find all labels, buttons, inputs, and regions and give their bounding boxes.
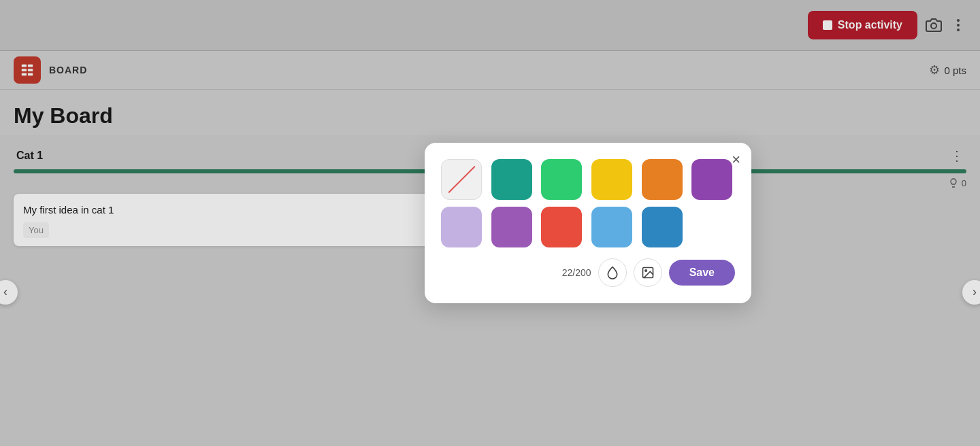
color-swatch-purple[interactable] bbox=[691, 159, 732, 200]
color-swatch-red[interactable] bbox=[541, 207, 582, 247]
save-button[interactable]: Save bbox=[669, 260, 735, 286]
color-swatch-green[interactable] bbox=[541, 159, 582, 200]
color-swatch-orange[interactable] bbox=[642, 159, 683, 200]
close-popup-button[interactable]: × bbox=[732, 151, 740, 169]
color-grid bbox=[441, 159, 735, 247]
color-swatch-lavender[interactable] bbox=[441, 207, 482, 247]
color-fill-button[interactable] bbox=[598, 258, 627, 287]
color-swatch-sky[interactable] bbox=[591, 207, 632, 247]
color-picker-popup: × 22/200 Save bbox=[425, 143, 751, 303]
image-button[interactable] bbox=[634, 258, 662, 287]
color-swatch-teal[interactable] bbox=[491, 159, 532, 200]
color-swatch-violet[interactable] bbox=[491, 207, 532, 247]
svg-point-11 bbox=[644, 270, 647, 272]
char-count-popup: 22/200 bbox=[562, 267, 591, 278]
color-swatch-blue[interactable] bbox=[642, 207, 683, 247]
image-icon bbox=[641, 266, 655, 279]
color-swatch-none[interactable] bbox=[441, 159, 482, 200]
color-swatch-yellow[interactable] bbox=[591, 159, 632, 200]
popup-bottom-bar: 22/200 Save bbox=[441, 258, 735, 287]
droplet-icon bbox=[606, 266, 619, 279]
